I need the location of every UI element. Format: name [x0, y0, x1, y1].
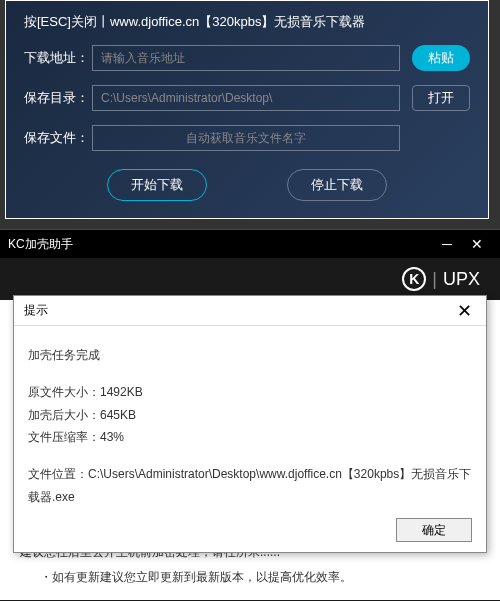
minimize-icon[interactable]: ─	[432, 236, 462, 252]
dialog-title: 提示	[24, 302, 452, 319]
packed-size-value: 645KB	[100, 408, 136, 422]
dialog-titlebar: 提示 ✕	[14, 296, 486, 326]
url-label: 下载地址：	[24, 49, 92, 67]
ratio-value: 43%	[100, 430, 124, 444]
path-label: 文件位置：	[28, 467, 88, 481]
file-input[interactable]	[92, 125, 400, 151]
watermark: 软件之家	[424, 574, 488, 595]
kc-logo: K | UPX	[402, 267, 480, 291]
kc-footer-2: ・如有更新建议您立即更新到最新版本，以提高优化效率。	[20, 565, 480, 590]
ok-button[interactable]: 确定	[396, 518, 472, 542]
url-input[interactable]	[92, 45, 400, 71]
path-value: C:\Users\Administrator\Desktop\www.djoff…	[28, 467, 471, 504]
packed-size-label: 加壳后大小：	[28, 408, 100, 422]
close-icon[interactable]: ✕	[462, 236, 492, 252]
ratio-label: 文件压缩率：	[28, 430, 100, 444]
message-dialog: 提示 ✕ 加壳任务完成 原文件大小：1492KB 加壳后大小：645KB 文件压…	[13, 295, 487, 553]
downloader-window: 按[ESC]关闭丨www.djoffice.cn【320kpbs】无损音乐下载器…	[5, 0, 489, 219]
dir-label: 保存目录：	[24, 89, 92, 107]
kc-title: KC加壳助手	[8, 236, 432, 253]
dialog-close-icon[interactable]: ✕	[452, 300, 476, 322]
path-info: 文件位置：C:\Users\Administrator\Desktop\www.…	[28, 463, 472, 509]
orig-size-value: 1492KB	[100, 385, 143, 399]
kc-brand: UPX	[443, 269, 480, 290]
file-row: 保存文件：	[24, 125, 470, 151]
stop-download-button[interactable]: 停止下载	[287, 169, 387, 201]
downloader-title: 按[ESC]关闭丨www.djoffice.cn【320kpbs】无损音乐下载器	[24, 13, 470, 31]
action-buttons: 开始下载 停止下载	[24, 169, 470, 201]
orig-size-label: 原文件大小：	[28, 385, 100, 399]
kc-logo-icon: K	[402, 267, 426, 291]
dialog-body: 加壳任务完成 原文件大小：1492KB 加壳后大小：645KB 文件压缩率：43…	[14, 326, 486, 533]
file-label: 保存文件：	[24, 129, 92, 147]
start-download-button[interactable]: 开始下载	[107, 169, 207, 201]
size-info: 原文件大小：1492KB 加壳后大小：645KB 文件压缩率：43%	[28, 381, 472, 449]
open-button[interactable]: 打开	[412, 85, 470, 111]
kc-header: K | UPX	[0, 258, 500, 300]
kc-titlebar: KC加壳助手 ─ ✕	[0, 230, 500, 258]
task-done-text: 加壳任务完成	[28, 344, 472, 367]
dialog-buttons: 确定	[396, 518, 472, 542]
paste-button[interactable]: 粘贴	[412, 45, 470, 71]
dir-row: 保存目录： 打开	[24, 85, 470, 111]
dir-input[interactable]	[92, 85, 400, 111]
url-row: 下载地址： 粘贴	[24, 45, 470, 71]
